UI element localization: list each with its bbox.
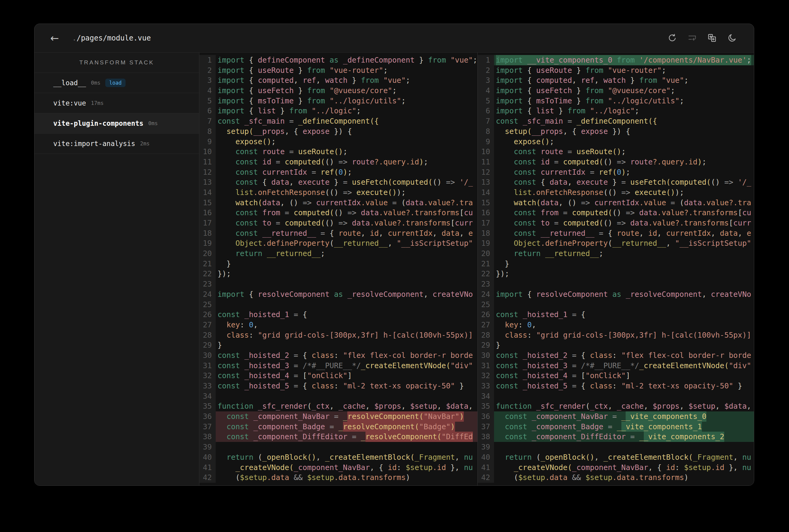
line-number: 39 (199, 442, 216, 452)
line-number: 2 (478, 65, 494, 76)
line-number: 26 (199, 309, 216, 320)
stack-item-time: 0ms (91, 80, 100, 86)
code-text: function _sfc_render(_ctx, _cache, $prop… (216, 401, 477, 412)
code-text: const _component_NavBar = __vite_compone… (494, 412, 754, 422)
code-text (216, 300, 477, 310)
line-number: 35 (478, 401, 494, 412)
code-line-after-12: 12 const currentIdx = ref(0); (478, 167, 754, 177)
line-number: 36 (199, 412, 216, 422)
code-text: import { resolveComponent as _resolveCom… (216, 289, 477, 300)
side-by-side-button[interactable] (704, 30, 720, 46)
code-line-after-42: 42 ($setup.data && $setup.data.transform… (478, 472, 754, 483)
code-line-after-8: 8 setup(__props, { expose }) { (478, 126, 754, 137)
code-text: import { msToTime } from "../logic/utils… (494, 96, 754, 106)
line-number: 4 (199, 86, 216, 96)
code-line-after-15: 15 watch(data, () => currentIdx.value = … (478, 198, 754, 208)
line-number: 24 (199, 289, 216, 300)
code-text: const id = computed(() => route?.query.i… (216, 157, 477, 167)
code-text: import { useFetch } from "@vueuse/core"; (216, 86, 477, 96)
code-text (494, 279, 754, 289)
line-number: 28 (199, 330, 216, 340)
line-number: 33 (478, 381, 494, 391)
code-text: } (216, 259, 477, 269)
code-text: const _hoisted_5 = { class: "ml-2 text-x… (216, 381, 477, 391)
page-title-prefix: . (72, 34, 76, 42)
line-number: 6 (478, 106, 494, 116)
stack-item-vite-plugin-components[interactable]: vite-plugin-components0ms (35, 113, 199, 134)
code-line-after-7: 7const _sfc_main = _defineComponent({ (478, 116, 754, 126)
line-number: 17 (478, 218, 494, 228)
line-number: 32 (199, 370, 216, 381)
dark-mode-button[interactable] (724, 30, 740, 46)
code-text: list.onFetchResponse(() => execute()); (494, 187, 754, 198)
code-text: const _hoisted_1 = { (494, 309, 754, 320)
code-line-after-1: 1import __vite_components_0 from '/compo… (478, 55, 754, 65)
line-number: 30 (478, 350, 494, 361)
line-number: 37 (199, 422, 216, 432)
code-line-before-33: 33const _hoisted_5 = { class: "ml-2 text… (199, 381, 477, 391)
code-line-before-22: 22}); (199, 269, 477, 279)
side-by-side-icon (707, 33, 717, 43)
line-number: 8 (199, 126, 216, 137)
code-line-after-13: 13 const { data, execute } = useFetch(co… (478, 177, 754, 187)
code-line-before-16: 16 const from = computed(() => data.valu… (199, 208, 477, 218)
code-line-after-38: 38 const _component_DiffEditor = __vite_… (478, 432, 754, 442)
code-text: setup(__props, { expose }) { (494, 126, 754, 137)
code-text (216, 391, 477, 401)
line-number: 15 (199, 198, 216, 208)
line-number: 4 (478, 86, 494, 96)
code-text: return __returned__; (216, 248, 477, 259)
line-number: 18 (199, 228, 216, 239)
code-text: Object.defineProperty(__returned__, "__i… (216, 238, 477, 248)
line-number: 38 (199, 432, 216, 442)
refresh-button[interactable] (664, 30, 680, 46)
code-text: import { msToTime } from "../logic/utils… (216, 96, 477, 106)
line-number: 27 (478, 320, 494, 330)
code-text: const id = computed(() => route?.query.i… (494, 157, 754, 167)
line-number: 25 (199, 300, 216, 310)
code-line-before-23: 23 (199, 279, 477, 289)
code-line-after-33: 33const _hoisted_5 = { class: "ml-2 text… (478, 381, 754, 391)
stack-item-vite-vue[interactable]: vite:vue17ms (35, 93, 199, 113)
code-line-before-28: 28 class: "grid grid-cols-[300px,3fr] h-… (199, 330, 477, 340)
code-text: const _hoisted_2 = { class: "flex flex-c… (216, 350, 477, 361)
line-number: 13 (478, 177, 494, 187)
line-number: 42 (199, 472, 216, 483)
code-text: const from = computed(() => data.value?.… (494, 208, 754, 218)
back-button[interactable]: ← (50, 33, 59, 43)
line-number: 6 (199, 106, 216, 116)
stack-item--load-[interactable]: __load__0msload (35, 73, 199, 93)
line-number: 5 (478, 96, 494, 106)
line-number: 23 (478, 279, 494, 289)
stack-item-time: 0ms (148, 120, 158, 126)
line-number: 26 (478, 309, 494, 320)
diff-pane-before[interactable]: 1import { defineComponent as _defineComp… (199, 53, 477, 486)
load-badge: load (105, 79, 126, 87)
inline-diff-button[interactable] (684, 30, 700, 46)
code-line-before-29: 29} (199, 340, 477, 350)
code-line-after-20: 20 return __returned__; (478, 248, 754, 259)
code-text: } (494, 259, 754, 269)
line-number: 41 (478, 462, 494, 473)
header: ← ./pages/module.vue (35, 24, 754, 53)
code-text: const _hoisted_4 = ["onClick"] (216, 370, 477, 381)
code-text: return __returned__; (494, 248, 754, 259)
code-text: } (216, 340, 477, 350)
code-line-after-35: 35function _sfc_render(_ctx, _cache, $pr… (478, 401, 754, 412)
line-number: 8 (478, 126, 494, 137)
code-line-after-22: 22}); (478, 269, 754, 279)
diff-pane-after[interactable]: 1import __vite_components_0 from '/compo… (477, 53, 754, 486)
code-text: const from = computed(() => data.value?.… (216, 208, 477, 218)
code-line-before-38: 38 const _component_DiffEditor = _resolv… (199, 432, 477, 442)
code-line-before-26: 26const _hoisted_1 = { (199, 309, 477, 320)
code-text: const _component_DiffEditor = _resolveCo… (216, 432, 477, 442)
page-title: ./pages/module.vue (72, 34, 151, 42)
code-text: const _hoisted_5 = { class: "ml-2 text-x… (494, 381, 754, 391)
line-number: 19 (478, 238, 494, 248)
stack-item-vite-import-analysis[interactable]: vite:import-analysis2ms (35, 134, 199, 154)
code-text: list.onFetchResponse(() => execute()); (216, 187, 477, 198)
line-number: 33 (199, 381, 216, 391)
code-line-before-31: 31const _hoisted_3 = /*#__PURE__*/_creat… (199, 361, 477, 371)
code-text: _createVNode(_component_NavBar, { id: $s… (494, 462, 754, 473)
code-text: expose(); (494, 137, 754, 147)
